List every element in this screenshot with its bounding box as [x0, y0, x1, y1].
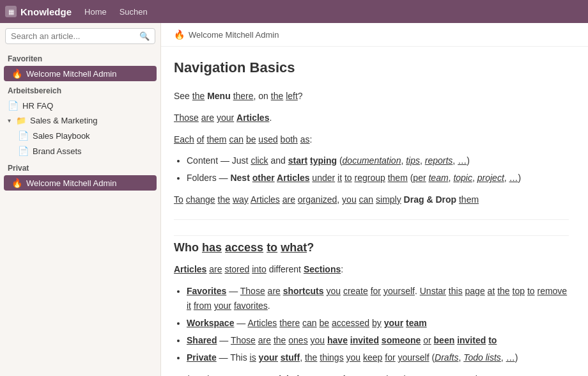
sidebar-item-welcome-fav[interactable]: 🔥 Welcome Mitchell Admin [4, 66, 157, 81]
sidebar: 🔍 Favoriten 🔥 Welcome Mitchell Admin Arb… [0, 23, 161, 376]
section2-heading: Who has access to what? [174, 235, 569, 255]
sidebar-item-label: Brand Assets [33, 146, 82, 156]
top-navigation: ▦ Knowledge Home Suchen [0, 0, 588, 23]
breadcrumb: 🔥 Welcome Mitchell Admin [161, 23, 588, 47]
list-item: Shared — Those are the ones you have inv… [187, 333, 569, 349]
list-item: Private — This is your stuff, the things… [187, 350, 569, 366]
article-bullets-2: Favorites — Those are shortcuts you crea… [187, 284, 569, 366]
list-item: Favorites — Those are shortcuts you crea… [187, 284, 569, 315]
doc-icon: 📄 [18, 130, 29, 141]
section-privat: Privat [0, 159, 160, 175]
section-divider [174, 219, 569, 220]
app-logo: ▦ Knowledge [5, 6, 72, 17]
sidebar-item-welcome-priv[interactable]: 🔥 Welcome Mitchell Admin [4, 175, 157, 191]
sidebar-item-hr-faq[interactable]: 📄 HR FAQ [0, 98, 160, 113]
main-content: 🔥 Welcome Mitchell Admin Navigation Basi… [161, 23, 588, 376]
app-name: Knowledge [20, 6, 72, 17]
emoji-icon: 🔥 [12, 178, 22, 188]
breadcrumb-text: Welcome Mitchell Admin [189, 30, 279, 40]
sidebar-item-label: Sales & Marketing [30, 116, 98, 125]
section2-move: And again, to move an Article from a Sec… [174, 372, 569, 376]
article-bullets-1: Content — Just click and start typing (d… [187, 153, 569, 186]
search-input[interactable] [11, 31, 135, 41]
emoji-icon: 🔥 [12, 68, 22, 79]
sidebar-item-label: Welcome Mitchell Admin [26, 178, 116, 188]
logo-icon: ▦ [5, 6, 17, 17]
breadcrumb-emoji: 🔥 [174, 29, 185, 40]
search-icon: 🔍 [139, 31, 150, 41]
article-those: Those are your Articles. [174, 111, 569, 126]
section-arbeitsbereich: Arbeitsbereich [0, 81, 160, 98]
section2-intro: Articles are stored into different Secti… [174, 262, 569, 278]
doc-icon: 📄 [8, 100, 19, 111]
article-each: Each of them can be used both as: [174, 132, 569, 148]
article-body: Navigation Basics See the Menu there, on… [161, 47, 588, 376]
sidebar-item-label: Welcome Mitchell Admin [26, 69, 116, 79]
sidebar-item-sales-playbook[interactable]: 📄 Sales Playbook [0, 128, 160, 143]
sidebar-item-label: HR FAQ [22, 101, 53, 111]
list-item: Folders — Nest other Articles under it t… [187, 171, 569, 186]
nav-suchen[interactable]: Suchen [114, 4, 153, 19]
search-box: 🔍 [5, 28, 155, 44]
list-item: Content — Just click and start typing (d… [187, 153, 569, 169]
article-drag: To change the way Articles are organized… [174, 192, 569, 208]
article-title: Navigation Basics [174, 59, 569, 76]
chevron-down-icon: ▾ [8, 117, 11, 124]
doc-icon: 📄 [18, 146, 29, 156]
nav-home[interactable]: Home [79, 4, 112, 19]
sidebar-item-label: Sales Playbook [33, 131, 90, 141]
section-favoriten: Favoriten [0, 49, 160, 66]
sidebar-item-brand-assets[interactable]: 📄 Brand Assets [0, 143, 160, 159]
article-intro: See the Menu there, on the left? [174, 89, 569, 104]
list-item: Workspace — Articles there can be access… [187, 316, 569, 331]
folder-icon: 📁 [16, 116, 26, 125]
sidebar-item-sales-marketing[interactable]: ▾ 📁 Sales & Marketing [0, 113, 160, 128]
